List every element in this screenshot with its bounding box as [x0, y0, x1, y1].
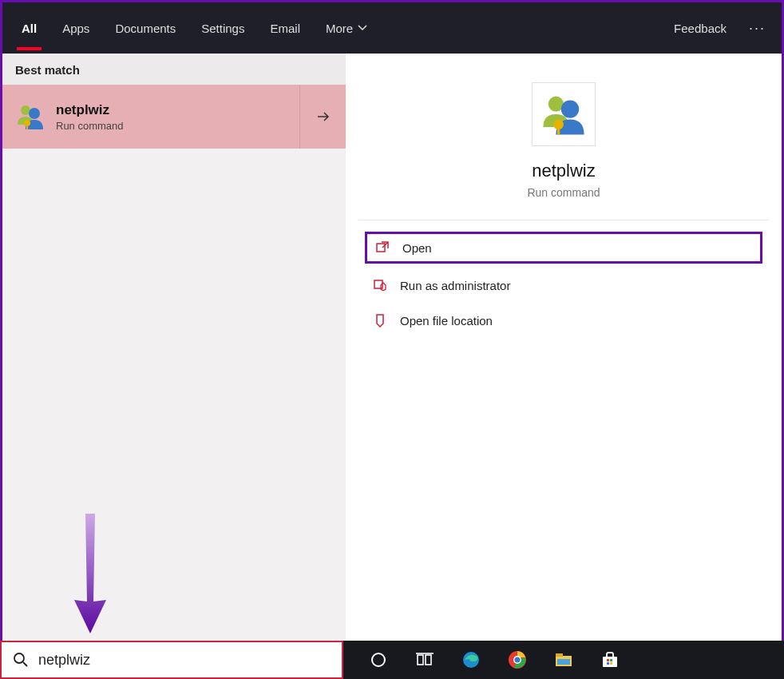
task-view-icon	[416, 651, 434, 669]
tab-label: Apps	[62, 22, 89, 35]
svg-rect-27	[607, 662, 609, 665]
microsoft-store-icon	[600, 650, 620, 669]
tab-label: Documents	[115, 22, 176, 35]
result-title: netplwiz	[56, 101, 124, 119]
cortana-icon	[370, 651, 387, 669]
taskbar-cortana-button[interactable]	[367, 649, 390, 671]
action-label: Open file location	[400, 314, 493, 328]
tab-more[interactable]: More	[313, 2, 380, 54]
detail-pane: netplwiz Run command Open Run as adminis…	[346, 54, 782, 677]
detail-subtitle: Run command	[358, 186, 769, 199]
tab-email[interactable]: Email	[257, 2, 313, 54]
svg-point-11	[14, 653, 24, 663]
results-pane: Best match netplwiz	[2, 54, 346, 677]
annotation-arrow	[66, 514, 114, 633]
detail-icon-box	[532, 82, 596, 146]
tab-settings[interactable]: Settings	[188, 2, 257, 54]
svg-rect-8	[377, 244, 385, 252]
action-run-as-administrator[interactable]: Run as administrator	[365, 272, 762, 299]
search-icon	[13, 652, 29, 668]
result-row-netplwiz: netplwiz Run command	[2, 85, 346, 149]
svg-rect-28	[610, 662, 612, 665]
svg-rect-25	[607, 659, 609, 661]
section-best-match: Best match	[2, 54, 346, 85]
expand-result-button[interactable]	[299, 85, 346, 149]
feedback-link[interactable]: Feedback	[661, 22, 739, 35]
divider	[358, 220, 769, 220]
search-filter-tabs: All Apps Documents Settings Email More F…	[2, 2, 782, 54]
svg-rect-14	[418, 655, 423, 665]
svg-point-13	[372, 653, 385, 666]
tab-label: More	[326, 22, 353, 35]
svg-rect-23	[557, 659, 570, 665]
tab-all[interactable]: All	[9, 2, 49, 54]
result-main[interactable]: netplwiz Run command	[5, 85, 299, 149]
taskbar-explorer-button[interactable]	[552, 649, 575, 671]
tab-documents[interactable]: Documents	[102, 2, 188, 54]
action-open-file-location[interactable]: Open file location	[365, 307, 762, 334]
taskbar-search-box[interactable]	[0, 641, 343, 679]
tab-label: Email	[270, 22, 300, 35]
ellipsis-icon: ···	[749, 20, 766, 36]
action-label: Run as administrator	[400, 279, 510, 292]
svg-point-20	[515, 657, 521, 663]
result-subtitle: Run command	[56, 120, 124, 132]
svg-rect-22	[556, 653, 563, 657]
svg-rect-15	[426, 655, 431, 665]
svg-rect-26	[610, 659, 612, 661]
taskbar	[0, 641, 784, 679]
tab-apps[interactable]: Apps	[49, 2, 102, 54]
more-options-button[interactable]: ···	[739, 20, 775, 37]
file-explorer-icon	[554, 650, 573, 669]
open-icon	[375, 240, 390, 255]
taskbar-taskview-button[interactable]	[414, 649, 436, 671]
taskbar-chrome-button[interactable]	[506, 649, 529, 671]
tab-label: Settings	[201, 22, 244, 35]
svg-rect-7	[557, 125, 560, 135]
taskbar-store-button[interactable]	[599, 649, 621, 671]
svg-point-5	[561, 100, 579, 117]
svg-marker-10	[74, 514, 106, 633]
action-open[interactable]: Open	[365, 232, 762, 264]
search-input[interactable]	[38, 652, 331, 669]
feedback-label: Feedback	[674, 22, 727, 35]
svg-point-1	[29, 108, 40, 119]
chevron-down-icon	[358, 23, 367, 33]
detail-title: netplwiz	[358, 161, 769, 181]
edge-icon	[461, 650, 481, 669]
taskbar-edge-button[interactable]	[460, 649, 482, 671]
user-accounts-icon	[538, 89, 589, 140]
location-icon	[373, 313, 387, 328]
svg-rect-24	[603, 657, 617, 667]
user-accounts-icon	[14, 101, 46, 133]
tab-label: All	[22, 22, 37, 35]
svg-rect-3	[26, 123, 28, 129]
svg-line-12	[23, 662, 27, 666]
shield-icon	[373, 278, 387, 292]
arrow-right-icon	[316, 109, 331, 124]
chrome-icon	[508, 650, 527, 669]
action-label: Open	[402, 241, 432, 255]
